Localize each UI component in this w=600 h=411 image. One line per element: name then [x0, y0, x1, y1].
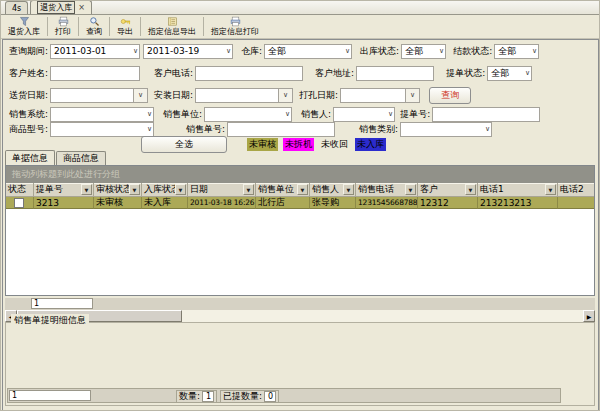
main-panel: 查询期间: 2011-03-01∨ 2011-03-19∨ 仓库: 全部∨ 出库…	[2, 39, 599, 411]
column-header-inbound[interactable]: 入库状态▼	[142, 183, 188, 197]
tab-product-info[interactable]: 商品信息	[56, 151, 106, 165]
column-header-date[interactable]: 日期▼	[188, 183, 256, 197]
return-inbound-button[interactable]: 退货入库	[3, 15, 45, 38]
customer-name-label: 客户姓名:	[9, 67, 48, 80]
model-label: 商品型号:	[9, 123, 48, 136]
filter-dropdown-icon[interactable]: ▼	[465, 184, 476, 195]
picked-total: 已提数量: 0	[220, 390, 279, 403]
chevron-down-icon: ∨	[485, 126, 490, 133]
notebook-icon	[167, 16, 178, 27]
flag-unreturned: 未收回	[319, 138, 350, 151]
column-header-audit[interactable]: 审核状态▼	[94, 183, 142, 197]
print-button[interactable]: 打印	[50, 15, 76, 38]
settle-status-select[interactable]: 全部∨	[494, 44, 539, 59]
column-header-sales-unit[interactable]: 销售单位▼	[256, 183, 310, 197]
warehouse-select[interactable]: 全部∨	[264, 44, 352, 59]
export-specified-button[interactable]: 指定信息导出	[143, 15, 201, 38]
chevron-down-icon: ∨	[226, 48, 231, 55]
drill-date-drop-button[interactable]: ∨	[406, 88, 420, 103]
pick-status-select[interactable]: 全部∨	[487, 66, 532, 81]
tab-return-inbound-label: 退货入库	[37, 1, 75, 14]
model-select[interactable]: ∨	[50, 122, 154, 137]
query-search-button[interactable]: 查询	[429, 87, 471, 104]
chevron-down-icon: ∨	[388, 111, 393, 118]
customer-phone-input[interactable]	[195, 66, 303, 81]
select-all-button[interactable]: 全选	[141, 136, 227, 153]
column-header-phone1[interactable]: 电话1▼	[478, 183, 558, 197]
filter-dropdown-icon[interactable]: ▼	[297, 184, 308, 195]
tab-4s-label: 4s	[12, 4, 21, 13]
column-header-status[interactable]: 状态	[6, 183, 34, 197]
info-tabstrip: 单据信息 商品信息	[5, 150, 107, 165]
install-date-drop-button[interactable]: ∨	[279, 88, 293, 103]
print-icon	[58, 16, 69, 27]
filter-dropdown-icon[interactable]: ▼	[343, 184, 354, 195]
print-specified-button[interactable]: 指定信息打印	[206, 15, 264, 38]
export-specified-label: 指定信息导出	[148, 27, 196, 37]
group-by-band[interactable]: 拖动列标题到此处进行分组	[6, 166, 594, 183]
column-header-ticket[interactable]: 提单号▼	[34, 183, 94, 197]
sales-order-input[interactable]	[227, 122, 335, 137]
toolbar-separator	[203, 17, 204, 36]
query-row-sales: 销售系统: ∨ 销售单位: ∨ 销售人: ∨ 提单号:	[3, 106, 598, 122]
filter-dropdown-icon[interactable]: ▼	[175, 184, 186, 195]
column-header-customer[interactable]: 客户▼	[418, 183, 478, 197]
tab-4s[interactable]: 4s	[5, 1, 28, 14]
period-label: 查询期间:	[9, 45, 48, 58]
qty-total: 数量: 1	[176, 390, 217, 403]
qty-total-label: 数量:	[179, 390, 200, 403]
filter-dropdown-icon[interactable]: ▼	[405, 184, 416, 195]
toolbar-separator	[47, 17, 48, 36]
scroll-right-icon[interactable]: ▶	[583, 310, 595, 322]
chevron-down-icon: ∨	[285, 111, 290, 118]
detail-status-bar: 1 数量: 1 已提数量: 0	[7, 388, 561, 403]
close-icon[interactable]: ×	[78, 3, 85, 12]
export-label: 导出	[117, 27, 133, 37]
outbound-status-select[interactable]: 全部∨	[401, 44, 446, 59]
chevron-down-icon: ∨	[439, 48, 444, 55]
drill-date-label: 打孔日期:	[299, 89, 338, 102]
filter-dropdown-icon[interactable]: ▼	[81, 184, 92, 195]
search-button-toolbar[interactable]: 查询	[81, 15, 107, 38]
tab-return-inbound[interactable]: 退货入库 ×	[30, 0, 92, 14]
filter-dropdown-icon[interactable]: ▼	[545, 184, 556, 195]
horizontal-scrollbar[interactable]: ◀ ▶	[5, 310, 595, 322]
ticket-no-input[interactable]	[432, 107, 540, 122]
date-from-select[interactable]: 2011-03-01∨	[50, 44, 140, 59]
column-header-seller-phone[interactable]: 销售电话▼	[356, 183, 418, 197]
chevron-down-icon: ∨	[525, 70, 530, 77]
export-button[interactable]: 导出	[112, 15, 138, 38]
date-to-select[interactable]: 2011-03-19∨	[143, 44, 233, 59]
sales-category-select[interactable]: ∨	[400, 122, 492, 137]
record-count-bar: 1	[5, 298, 595, 310]
cell-customer: 12312	[418, 197, 478, 209]
cell-date: 2011-03-18 16:26:29	[188, 197, 256, 209]
detail-groupbox-title: 销售单提明细信息	[11, 314, 89, 327]
table-row[interactable]: 3213 未审核 未入库 2011-03-18 16:26:29 北行店 张导购…	[6, 197, 594, 209]
customer-address-label: 客户地址:	[315, 67, 354, 80]
row-checkbox[interactable]	[14, 198, 24, 208]
query-row-model: 商品型号: ∨ 销售单号: 销售类别: ∨	[3, 121, 598, 137]
toolbar-separator	[78, 17, 79, 36]
drill-date-input[interactable]	[340, 88, 406, 103]
column-header-seller[interactable]: 销售人▼	[310, 183, 356, 197]
flag-unaudited: 未审核	[247, 138, 278, 151]
customer-address-input[interactable]	[356, 66, 434, 81]
totals: 数量: 1 已提数量: 0	[176, 389, 282, 404]
sales-unit-select[interactable]: ∨	[204, 107, 292, 122]
seller-label: 销售人:	[301, 108, 331, 121]
sales-system-label: 销售系统:	[9, 108, 48, 121]
delivery-date-drop-button[interactable]: ∨	[134, 88, 148, 103]
pick-status-label: 提单状态:	[446, 67, 485, 80]
customer-name-input[interactable]	[50, 66, 140, 81]
install-date-input[interactable]	[195, 88, 279, 103]
print-specified-label: 指定信息打印	[211, 27, 259, 37]
sales-system-select[interactable]: ∨	[50, 107, 154, 122]
filter-dropdown-icon[interactable]: ▼	[129, 184, 140, 195]
column-header-phone2[interactable]: 电话2	[558, 183, 594, 197]
seller-select[interactable]: ∨	[333, 107, 395, 122]
warehouse-label: 仓库:	[241, 45, 262, 58]
tab-document-info[interactable]: 单据信息	[5, 150, 55, 165]
delivery-date-input[interactable]	[50, 88, 134, 103]
filter-dropdown-icon[interactable]: ▼	[243, 184, 254, 195]
